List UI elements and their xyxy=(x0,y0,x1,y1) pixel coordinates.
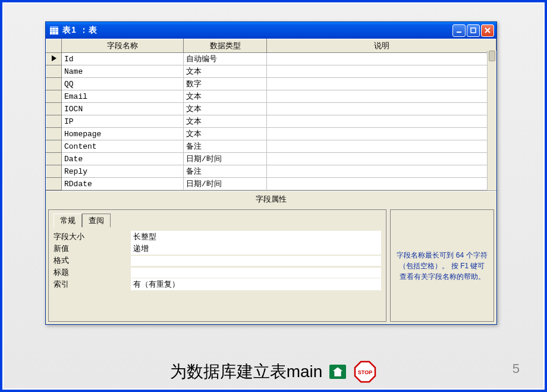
cell-data-type[interactable]: 文本 xyxy=(184,115,267,128)
cell-field-name[interactable]: Email xyxy=(62,90,184,103)
row-selector[interactable] xyxy=(46,140,62,153)
current-row-arrow-icon xyxy=(52,55,56,61)
prop-label: 索引 xyxy=(54,279,131,290)
table-icon xyxy=(49,26,59,35)
vertical-scrollbar[interactable] xyxy=(487,51,496,190)
row-selector[interactable] xyxy=(46,115,62,128)
titlebar[interactable]: 表1 ：表 xyxy=(46,22,496,39)
prop-value[interactable]: 长整型 xyxy=(131,231,381,243)
svg-text:STOP: STOP xyxy=(358,369,372,375)
cell-field-name[interactable]: Id xyxy=(62,53,184,65)
maximize-button[interactable] xyxy=(467,24,480,37)
table-design-window: 表1 ：表 字 xyxy=(45,21,497,325)
table-row[interactable]: Id自动编号 xyxy=(46,53,496,65)
properties-panel: 常规 查阅 字段大小 长整型 新值 递增 格式 标题 xyxy=(48,209,386,322)
minimize-button[interactable] xyxy=(452,24,466,37)
cell-description[interactable] xyxy=(267,53,496,65)
prop-value[interactable] xyxy=(131,268,381,278)
stop-icon[interactable]: STOP xyxy=(353,360,377,384)
cell-field-name[interactable]: Date xyxy=(62,153,184,165)
row-selector[interactable] xyxy=(46,165,62,178)
cell-field-name[interactable]: Reply xyxy=(62,165,184,178)
row-selector[interactable] xyxy=(46,178,62,190)
cell-field-name[interactable]: IOCN xyxy=(62,103,184,115)
table-row[interactable]: Name文本 xyxy=(46,65,496,78)
page-number: 5 xyxy=(513,361,520,377)
prop-format[interactable]: 格式 xyxy=(54,255,381,266)
window-title: 表1 ：表 xyxy=(62,25,452,36)
help-text: 字段名称最长可到 64 个字符（包括空格）。 按 F1 键可查看有关字段名称的帮… xyxy=(397,250,488,282)
row-selector[interactable] xyxy=(46,65,62,78)
field-properties-label: 字段属性 xyxy=(46,191,496,207)
table-row[interactable]: RDdate日期/时间 xyxy=(46,178,496,190)
svg-rect-7 xyxy=(471,28,476,33)
cell-field-name[interactable]: Content xyxy=(62,140,184,153)
table-row[interactable]: Content备注 xyxy=(46,140,496,153)
cell-description[interactable] xyxy=(267,165,496,178)
cell-description[interactable] xyxy=(267,153,496,165)
svg-marker-10 xyxy=(332,367,343,377)
row-selector[interactable] xyxy=(46,53,62,65)
cell-field-name[interactable]: QQ xyxy=(62,78,184,90)
prop-value[interactable] xyxy=(131,256,381,266)
prop-new-value[interactable]: 新值 递增 xyxy=(54,243,381,255)
prop-label: 新值 xyxy=(54,243,131,254)
prop-caption[interactable]: 标题 xyxy=(54,266,381,278)
cell-description[interactable] xyxy=(267,65,496,78)
row-selector[interactable] xyxy=(46,90,62,103)
table-row[interactable]: Homepage文本 xyxy=(46,128,496,140)
table-row[interactable]: Date日期/时间 xyxy=(46,153,496,165)
cell-data-type[interactable]: 文本 xyxy=(184,65,267,78)
table-row[interactable]: IP文本 xyxy=(46,115,496,128)
tab-general[interactable]: 常规 xyxy=(54,214,82,227)
cell-field-name[interactable]: RDdate xyxy=(62,178,184,190)
svg-rect-6 xyxy=(457,32,461,33)
cell-description[interactable] xyxy=(267,90,496,103)
cell-description[interactable] xyxy=(267,140,496,153)
cell-description[interactable] xyxy=(267,78,496,90)
row-selector[interactable] xyxy=(46,128,62,140)
prop-indexed[interactable]: 索引 有（有重复） xyxy=(54,278,381,290)
prop-label: 字段大小 xyxy=(54,231,131,242)
cell-data-type[interactable]: 自动编号 xyxy=(184,53,267,65)
cell-field-name[interactable]: Name xyxy=(62,65,184,78)
header-description[interactable]: 说明 xyxy=(267,39,496,53)
cell-data-type[interactable]: 文本 xyxy=(184,103,267,115)
help-pane: 字段名称最长可到 64 个字符（包括空格）。 按 F1 键可查看有关字段名称的帮… xyxy=(390,209,494,322)
cell-field-name[interactable]: IP xyxy=(62,115,184,128)
cell-data-type[interactable]: 文本 xyxy=(184,90,267,103)
row-selector[interactable] xyxy=(46,78,62,90)
cell-data-type[interactable]: 日期/时间 xyxy=(184,178,267,190)
field-grid: 字段名称 数据类型 说明 Id自动编号Name文本QQ数字Email文本IOCN… xyxy=(46,39,496,191)
cell-description[interactable] xyxy=(267,103,496,115)
row-selector[interactable] xyxy=(46,103,62,115)
cell-data-type[interactable]: 备注 xyxy=(184,165,267,178)
cell-description[interactable] xyxy=(267,115,496,128)
prop-label: 格式 xyxy=(54,255,131,266)
home-icon[interactable] xyxy=(329,365,346,379)
cell-data-type[interactable]: 文本 xyxy=(184,128,267,140)
tab-lookup[interactable]: 查阅 xyxy=(82,214,111,227)
prop-field-size[interactable]: 字段大小 长整型 xyxy=(54,231,381,243)
table-row[interactable]: QQ数字 xyxy=(46,78,496,90)
cell-description[interactable] xyxy=(267,178,496,190)
prop-label: 标题 xyxy=(54,267,131,278)
table-row[interactable]: Reply备注 xyxy=(46,165,496,178)
svg-rect-1 xyxy=(50,26,58,28)
prop-value[interactable]: 递增 xyxy=(131,243,381,255)
cell-data-type[interactable]: 备注 xyxy=(184,140,267,153)
cell-data-type[interactable]: 日期/时间 xyxy=(184,153,267,165)
slide-caption: 为数据库建立表main xyxy=(170,360,323,383)
scrollbar-thumb[interactable] xyxy=(489,51,495,61)
cell-data-type[interactable]: 数字 xyxy=(184,78,267,90)
row-selector[interactable] xyxy=(46,153,62,165)
cell-description[interactable] xyxy=(267,128,496,140)
cell-field-name[interactable]: Homepage xyxy=(62,128,184,140)
table-row[interactable]: IOCN文本 xyxy=(46,103,496,115)
header-fieldname[interactable]: 字段名称 xyxy=(62,39,184,53)
table-row[interactable]: Email文本 xyxy=(46,90,496,103)
header-selector xyxy=(46,39,62,53)
close-button[interactable] xyxy=(481,24,494,37)
header-datatype[interactable]: 数据类型 xyxy=(184,39,267,53)
prop-value[interactable]: 有（有重复） xyxy=(131,278,381,290)
